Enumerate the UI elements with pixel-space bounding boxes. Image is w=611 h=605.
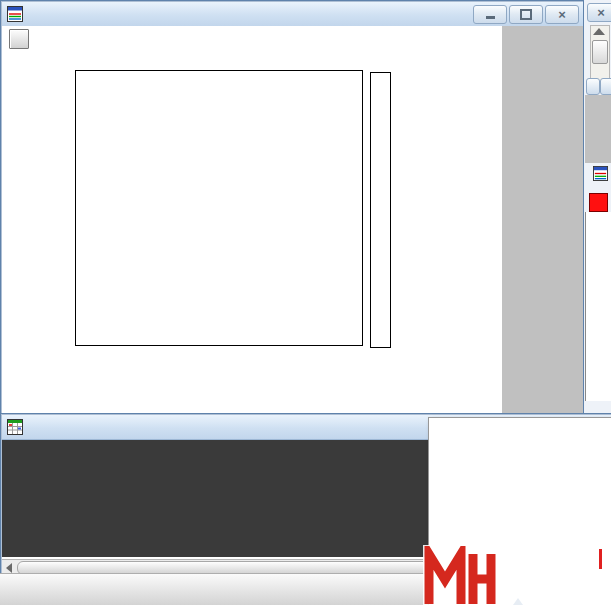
watermark bbox=[423, 545, 611, 605]
graph-page bbox=[2, 26, 583, 413]
close-button[interactable]: × bbox=[545, 5, 579, 24]
side-graph-window-icon bbox=[592, 166, 609, 181]
side-mini-button-1[interactable] bbox=[586, 78, 600, 95]
side-gray-area bbox=[585, 95, 611, 163]
restore-button[interactable] bbox=[509, 5, 543, 24]
graph-window-icon bbox=[7, 6, 23, 22]
heatmap-canvas bbox=[76, 71, 362, 345]
minimize-icon bbox=[486, 16, 495, 19]
colorbar-canvas bbox=[371, 73, 390, 347]
watermark-red-bar bbox=[599, 549, 602, 569]
close-icon: × bbox=[558, 8, 566, 21]
origin-application: × × bbox=[0, 0, 611, 605]
side-scroll-thumb[interactable] bbox=[592, 40, 608, 64]
layer-1-button[interactable] bbox=[9, 29, 29, 49]
watermark-logo-mh bbox=[423, 546, 499, 604]
side-close-button[interactable]: × bbox=[587, 3, 611, 22]
graph-offpage-area bbox=[502, 26, 583, 413]
side-mini-button-2[interactable] bbox=[600, 78, 611, 95]
side-layer-1-badge[interactable] bbox=[589, 193, 608, 212]
minimize-button[interactable] bbox=[473, 5, 507, 24]
scroll-up-icon bbox=[593, 28, 605, 35]
side-close-icon: × bbox=[597, 6, 605, 19]
graph-window: × bbox=[0, 0, 585, 415]
graph-window-titlebar[interactable]: × bbox=[2, 2, 583, 27]
background-window-strip: × bbox=[583, 0, 611, 413]
worksheet-icon bbox=[7, 419, 23, 435]
side-page-area bbox=[585, 212, 611, 401]
restore-icon bbox=[520, 9, 532, 20]
